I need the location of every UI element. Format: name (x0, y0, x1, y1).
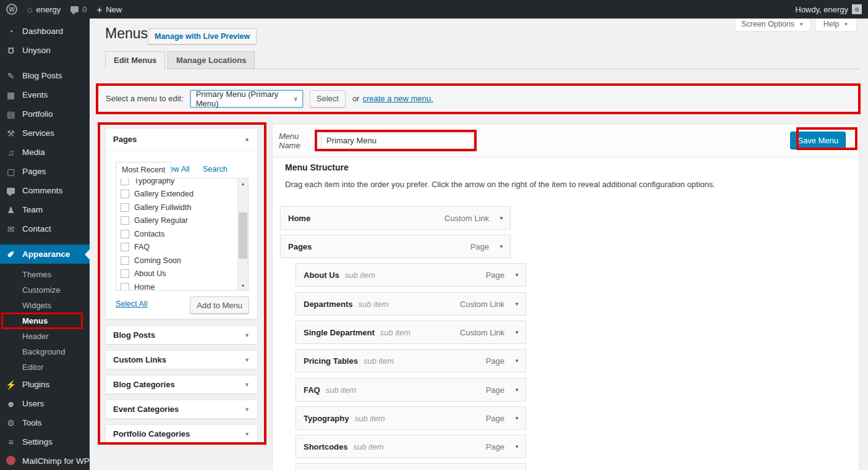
menu-item-home[interactable]: Home Custom Link ▼ (280, 206, 511, 230)
menu-item-single-department[interactable]: Single Department sub item Custom Link ▼ (296, 321, 526, 344)
sub-item-label: sub item (354, 414, 385, 423)
chevron-down-icon: ▼ (843, 22, 848, 27)
sidebar-item-pages[interactable]: ▢ Pages (0, 162, 90, 181)
portfolio-icon: ▤ (6, 109, 16, 119)
accordion-portfolio-categories[interactable]: Portfolio Categories ▼ (105, 424, 258, 443)
tab-edit-menus[interactable]: Edit Menus (105, 51, 165, 69)
menu-item-shortcodes[interactable]: Shortcodes sub item Page ▼ (296, 435, 526, 458)
media-icon: ♫ (6, 148, 16, 157)
manage-live-preview-button[interactable]: Manage with Live Preview (148, 28, 257, 44)
sidebar-item-users[interactable]: ☻ Users (0, 394, 90, 413)
comments-adminbar-link[interactable]: 0 (70, 0, 87, 19)
checkbox[interactable] (121, 203, 129, 212)
nav-tab-wrapper: Edit Menus Manage Locations (105, 51, 859, 69)
menu-item-handle-partial[interactable] (296, 463, 526, 470)
checkbox[interactable] (121, 190, 129, 198)
page-item-label: Coming Soon (134, 256, 181, 265)
sidebar-item-label: Events (22, 90, 48, 99)
expand-arrow-icon[interactable]: ▼ (514, 272, 519, 278)
expand-arrow-icon[interactable]: ▼ (499, 244, 504, 250)
or-text: or (352, 94, 360, 103)
scrollbar[interactable]: ▲ ▼ (237, 178, 248, 290)
select-button[interactable]: Select (310, 90, 346, 107)
checkbox[interactable] (121, 256, 129, 265)
menu-item-pages[interactable]: Pages Page ▼ (280, 235, 511, 258)
sidebar-item-unyson[interactable]: Ʊ Unyson (0, 41, 90, 60)
sidebar-separator (0, 238, 90, 245)
pin-icon: ✎ (6, 71, 16, 81)
sidebar-item-settings[interactable]: ≡ Settings (0, 432, 90, 451)
menu-item-faq[interactable]: FAQ sub item Page ▼ (296, 378, 526, 401)
sidebar-item-services[interactable]: ⚒ Services (0, 124, 90, 143)
menu-item-type: Page (486, 442, 504, 451)
sidebar-subitem-background[interactable]: Background (0, 344, 90, 359)
tab-search[interactable]: Search (203, 165, 228, 174)
new-content-menu[interactable]: + New (96, 0, 122, 19)
menu-structure-title: Menu Structure (285, 162, 349, 172)
menu-item-title: Home (288, 214, 310, 223)
sidebar-subitem-editor[interactable]: Editor (0, 359, 90, 375)
collapse-arrow-icon[interactable]: ▲ (244, 128, 250, 150)
wp-logo-menu[interactable]: W (6, 0, 17, 19)
accordion-blog-posts[interactable]: Blog Posts ▼ (105, 325, 258, 345)
checkbox[interactable] (121, 178, 129, 185)
pages-panel-header[interactable]: Pages ▲ (106, 128, 257, 151)
checkbox[interactable] (121, 243, 129, 251)
expand-arrow-icon[interactable]: ▼ (514, 444, 519, 450)
menu-item-title: Typography (304, 414, 349, 423)
menu-item-pricing-tables[interactable]: Pricing Tables sub item Page ▼ (296, 349, 526, 372)
sidebar-subitem-header[interactable]: Header (0, 329, 90, 344)
expand-arrow-icon[interactable]: ▼ (514, 330, 519, 335)
expand-arrow-icon[interactable]: ▼ (514, 416, 519, 421)
sidebar-subitem-widgets[interactable]: Widgets (0, 298, 90, 313)
sidebar-item-tools[interactable]: ⚙ Tools (0, 413, 90, 432)
create-new-menu-link[interactable]: create a new menu. (362, 94, 433, 103)
page-checkbox-row: Gallery Fullwidth (121, 201, 248, 214)
menu-item-type: Custom Link (445, 214, 489, 223)
sidebar-item-events[interactable]: ▦ Events (0, 85, 90, 104)
menu-name-input[interactable] (321, 133, 474, 148)
accordion-blog-categories[interactable]: Blog Categories ▼ (105, 375, 258, 394)
menu-select-dropdown[interactable]: Primary Menu (Primary Menu) ∨ (190, 90, 303, 107)
menu-item-about-us[interactable]: About Us sub item Page ▼ (296, 263, 526, 287)
accordion-custom-links[interactable]: Custom Links ▼ (105, 350, 258, 369)
sidebar-item-team[interactable]: ♟ Team (0, 200, 90, 219)
sidebar-subitem-customize[interactable]: Customize (0, 282, 90, 298)
scroll-up-icon[interactable]: ▲ (238, 178, 248, 188)
expand-arrow-icon[interactable]: ▼ (499, 216, 504, 221)
sidebar-item-media[interactable]: ♫ Media (0, 143, 90, 162)
sidebar-subitem-themes[interactable]: Themes (0, 267, 90, 282)
sidebar-item-plugins[interactable]: ⚡ Plugins (0, 375, 90, 394)
accordion-event-categories[interactable]: Event Categories ▼ (105, 400, 258, 419)
menu-item-departments[interactable]: Departments sub item Custom Link ▼ (296, 292, 526, 316)
sidebar-subitem-menus[interactable]: Menus (0, 313, 90, 329)
screen-options-tab[interactable]: Screen Options ▼ (734, 17, 811, 31)
scrollbar-thumb[interactable] (239, 212, 247, 259)
checkbox[interactable] (121, 230, 129, 238)
menu-item-typography[interactable]: Typography sub item Page ▼ (296, 406, 526, 430)
howdy-account-menu[interactable]: Howdy, energy ☻ (795, 0, 862, 19)
expand-arrow-icon[interactable]: ▼ (514, 358, 519, 364)
sidebar-item-dashboard[interactable]: ◔ Dashboard (0, 22, 90, 41)
sidebar-item-portfolio[interactable]: ▤ Portfolio (0, 104, 90, 124)
sidebar-item-label: Appearance (22, 250, 70, 259)
sidebar-item-comments[interactable]: Comments (0, 181, 90, 200)
sidebar-item-contact[interactable]: ✉ Contact (0, 219, 90, 238)
checkbox[interactable] (121, 216, 129, 225)
tab-most-recent[interactable]: Most Recent (116, 162, 171, 178)
checkbox[interactable] (121, 269, 129, 278)
add-to-menu-button[interactable]: Add to Menu (190, 296, 249, 314)
expand-arrow-icon[interactable]: ▼ (514, 301, 519, 307)
select-all-link[interactable]: Select All (116, 300, 147, 308)
scroll-down-icon[interactable]: ▼ (238, 280, 248, 290)
sidebar-item-blog-posts[interactable]: ✎ Blog Posts (0, 66, 90, 85)
checkbox[interactable] (121, 283, 129, 291)
sidebar-item-label: Unyson (22, 46, 51, 55)
sidebar-item-appearance[interactable]: ✐ Appearance (0, 245, 90, 264)
sidebar-item-mailchimp[interactable]: MailChimp for WP (0, 451, 90, 470)
tab-manage-locations[interactable]: Manage Locations (168, 51, 255, 69)
help-tab[interactable]: Help ▼ (815, 17, 857, 31)
site-name-link[interactable]: ⌂ energy (27, 0, 61, 19)
expand-arrow-icon[interactable]: ▼ (514, 387, 519, 393)
save-menu-button[interactable]: Save Menu (790, 132, 846, 149)
